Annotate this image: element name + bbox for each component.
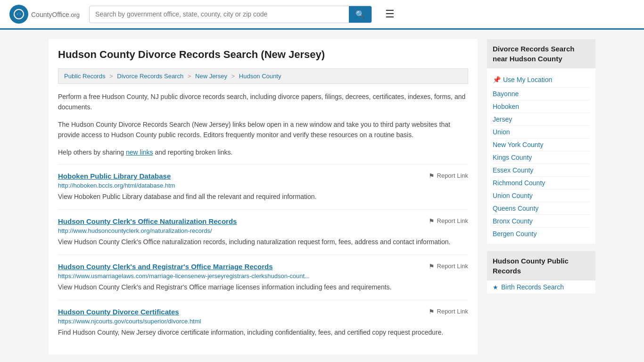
result-item: Hoboken Public Library Database ⚑ Report… [58,164,468,209]
report-label-3: Report Link [437,308,468,315]
report-link-0[interactable]: ⚑ Report Link [429,172,468,180]
desc3-post: and reporting broken links. [153,148,233,156]
result-description-2: View Hudson County Clerk's and Registrar… [58,282,468,292]
sidebar-nearby-link-11[interactable]: Bergen County [493,228,590,240]
breadcrumb-sep-3: > [231,73,237,80]
description-2: The Hudson County Divorce Records Search… [58,119,468,140]
sidebar-nearby-link-5[interactable]: Kings County [493,151,590,164]
sidebar-nearby-section: Divorce Records Search near Hudson Count… [487,39,595,244]
search-input[interactable] [90,7,349,22]
breadcrumb-divorce-records[interactable]: Divorce Records Search [117,73,183,80]
sidebar-nearby-link-8[interactable]: Union County [493,189,590,202]
desc3-pre: Help others by sharing [58,148,126,156]
report-link-3[interactable]: ⚑ Report Link [429,308,468,315]
result-item: Hudson County Clerk's and Registrar's Of… [58,255,468,300]
logo-name: CountyOffice [31,11,69,18]
sidebar-section1-title: Divorce Records Search near Hudson Count… [487,39,595,68]
description-3: Help others by sharing new links and rep… [58,147,468,157]
page-title: Hudson County Divorce Records Search (Ne… [58,49,468,61]
result-url-1[interactable]: http://www.hudsoncountyclerk.org/natural… [58,227,468,234]
main-content: Hudson County Divorce Records Search (Ne… [49,39,478,354]
search-area: 🔍 [89,6,372,23]
logo-icon [9,5,28,24]
report-icon-3: ⚑ [429,308,435,315]
results-container: Hoboken Public Library Database ⚑ Report… [58,164,468,345]
sidebar-record-links: ★Birth Records Search [487,280,595,294]
sidebar-nearby-link-4[interactable]: New York County [493,139,590,151]
result-title-0[interactable]: Hoboken Public Library Database [58,172,171,180]
sidebar-nearby-link-7[interactable]: Richmond County [493,177,590,189]
breadcrumb-hudson-county[interactable]: Hudson County [239,73,281,80]
logo-text: CountyOffice.org [31,9,80,19]
sidebar-section1-content: 📌 Use My Location BayonneHobokenJerseyUn… [487,68,595,244]
sidebar-records-section: Hudson County Public Records ★Birth Reco… [487,251,595,294]
result-url-3[interactable]: https://www.njcourts.gov/courts/superior… [58,318,468,325]
result-description-0: View Hoboken Public Library database and… [58,192,468,202]
breadcrumb: Public Records > Divorce Records Search … [58,68,468,84]
main-layout: Hudson County Divorce Records Search (Ne… [39,30,605,362]
sidebar-section2-title: Hudson County Public Records [487,251,595,280]
report-link-2[interactable]: ⚑ Report Link [429,263,468,270]
sidebar-nearby-link-1[interactable]: Hoboken [493,100,590,113]
breadcrumb-sep-2: > [188,73,193,80]
sidebar-nearby-link-9[interactable]: Queens County [493,202,590,215]
breadcrumb-new-jersey[interactable]: New Jersey [195,73,227,80]
breadcrumb-sep-1: > [109,73,115,80]
site-logo[interactable]: CountyOffice.org [9,5,80,24]
description-1: Perform a free Hudson County, NJ public … [58,91,468,113]
svg-point-1 [17,13,20,16]
result-header: Hudson County Clerk's and Registrar's Of… [58,263,468,271]
record-label-0: Birth Records Search [501,283,564,291]
sidebar-nearby-link-6[interactable]: Essex County [493,164,590,177]
menu-button[interactable]: ☰ [381,6,398,22]
site-header: CountyOffice.org 🔍 ☰ [0,0,644,30]
result-header: Hudson County Divorce Certificates ⚑ Rep… [58,308,468,316]
record-icon-0: ★ [493,284,498,291]
result-title-1[interactable]: Hudson County Clerk's Office Naturalizat… [58,217,237,225]
result-title-3[interactable]: Hudson County Divorce Certificates [58,308,179,316]
report-icon-0: ⚑ [429,172,435,180]
result-title-2[interactable]: Hudson County Clerk's and Registrar's Of… [58,263,273,271]
sidebar-nearby-link-3[interactable]: Union [493,126,590,139]
report-label-0: Report Link [437,172,468,179]
new-links-link[interactable]: new links [126,148,153,156]
report-icon-2: ⚑ [429,263,435,270]
result-item: Hudson County Divorce Certificates ⚑ Rep… [58,300,468,345]
report-icon-1: ⚑ [429,217,435,225]
report-link-1[interactable]: ⚑ Report Link [429,217,468,225]
use-location-link[interactable]: 📌 Use My Location [493,72,590,88]
breadcrumb-public-records[interactable]: Public Records [64,73,105,80]
sidebar-nearby-links: BayonneHobokenJerseyUnionNew York County… [493,88,590,240]
result-header: Hudson County Clerk's Office Naturalizat… [58,217,468,225]
sidebar-record-link-0[interactable]: ★Birth Records Search [487,280,595,294]
result-description-1: View Hudson County Clerk's Office natura… [58,237,468,247]
sidebar: Divorce Records Search near Hudson Count… [487,39,595,354]
result-url-0[interactable]: http://hoboken.bccls.org/html/database.h… [58,182,468,189]
sidebar-nearby-link-0[interactable]: Bayonne [493,88,590,100]
report-label-1: Report Link [437,217,468,224]
result-header: Hoboken Public Library Database ⚑ Report… [58,172,468,180]
report-label-2: Report Link [437,263,468,270]
pin-icon: 📌 [493,76,501,83]
use-location-label: Use My Location [503,76,552,83]
sidebar-nearby-link-10[interactable]: Bronx County [493,215,590,228]
logo-suffix: .org [69,11,80,18]
result-description-3: Find Hudson County, New Jersey divorce c… [58,328,468,337]
result-item: Hudson County Clerk's Office Naturalizat… [58,209,468,255]
sidebar-nearby-link-2[interactable]: Jersey [493,113,590,126]
result-url-2[interactable]: https://www.usmarriagelaws.com/marriage-… [58,272,468,280]
search-button[interactable]: 🔍 [349,6,372,23]
